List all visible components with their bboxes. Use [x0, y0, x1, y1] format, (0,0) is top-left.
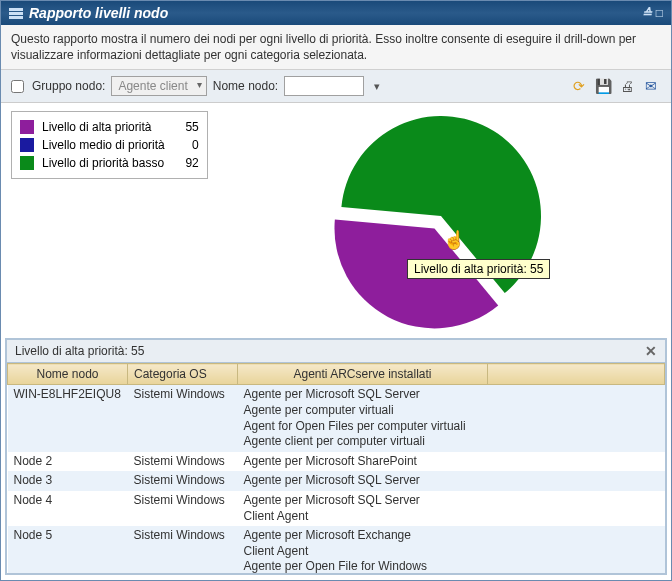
legend-swatch-low [20, 156, 34, 170]
cell-agents: Agente per Microsoft SharePoint [238, 452, 488, 472]
detail-title: Livello di alta priorità: 55 [15, 344, 144, 358]
node-name-dropdown-icon[interactable]: ▾ [370, 80, 384, 93]
cell-agents: Agente per Microsoft SQL ServerClient Ag… [238, 491, 488, 526]
cell-node: Node 4 [8, 491, 128, 526]
cell-blank [488, 491, 665, 526]
window-title: Rapporto livelli nodo [29, 5, 168, 21]
group-checkbox[interactable] [11, 80, 24, 93]
table-row[interactable]: Node 3Sistemi WindowsAgente per Microsof… [8, 471, 665, 491]
window-titlebar: Rapporto livelli nodo ≙ □ [1, 1, 671, 25]
maximize-icon[interactable]: □ [656, 6, 663, 20]
cell-os: Sistemi Windows [128, 471, 238, 491]
cell-agents: Agente per Microsoft SQL Server [238, 471, 488, 491]
node-name-label: Nome nodo: [213, 79, 278, 93]
legend-value: 0 [181, 138, 199, 152]
node-name-input[interactable] [284, 76, 364, 96]
table-row[interactable]: Node 4Sistemi WindowsAgente per Microsof… [8, 491, 665, 526]
cell-os: Sistemi Windows [128, 452, 238, 472]
cell-blank [488, 526, 665, 573]
col-header-agents[interactable]: Agenti ARCserve installati [238, 364, 488, 385]
cell-node: Node 2 [8, 452, 128, 472]
col-header-os[interactable]: Categoria OS [128, 364, 238, 385]
cell-agents: Agente per Microsoft ExchangeClient Agen… [238, 526, 488, 573]
col-header-blank[interactable] [488, 364, 665, 385]
table-row[interactable]: Node 5Sistemi WindowsAgente per Microsof… [8, 526, 665, 573]
detail-table: Nome nodo Categoria OS Agenti ARCserve i… [7, 363, 665, 573]
close-icon[interactable]: ✕ [645, 344, 657, 358]
list-icon [9, 8, 23, 19]
cell-os: Sistemi Windows [128, 385, 238, 452]
cell-node: Node 5 [8, 526, 128, 573]
cell-os: Sistemi Windows [128, 526, 238, 573]
cell-blank [488, 452, 665, 472]
legend-label: Livello medio di priorità [42, 138, 165, 152]
cell-node: Node 3 [8, 471, 128, 491]
email-button[interactable]: ✉ [641, 76, 661, 96]
chart-legend: Livello di alta priorità 55 Livello medi… [11, 111, 208, 179]
chart-tooltip: Livello di alta priorità: 55 [407, 259, 550, 279]
detail-panel: Livello di alta priorità: 55 ✕ Nome nodo… [5, 338, 667, 575]
chart-area: Livello di alta priorità 55 Livello medi… [1, 103, 671, 338]
legend-value: 55 [181, 120, 199, 134]
cell-node: WIN-E8LHF2EIQU8 [8, 385, 128, 452]
legend-item: Livello di alta priorità 55 [20, 118, 199, 136]
report-description: Questo rapporto mostra il numero dei nod… [1, 25, 671, 70]
save-button[interactable]: 💾 [593, 76, 613, 96]
cell-os: Sistemi Windows [128, 491, 238, 526]
group-label: Gruppo nodo: [32, 79, 105, 93]
legend-value: 92 [181, 156, 199, 170]
cell-agents: Agente per Microsoft SQL ServerAgente pe… [238, 385, 488, 452]
legend-item: Livello di priorità basso 92 [20, 154, 199, 172]
group-select[interactable]: Agente client [111, 76, 206, 96]
cell-blank [488, 385, 665, 452]
filter-bar: Gruppo nodo: Agente client Nome nodo: ▾ … [1, 70, 671, 103]
pie-chart[interactable] [331, 111, 551, 331]
legend-swatch-medium [20, 138, 34, 152]
cell-blank [488, 471, 665, 491]
table-row[interactable]: WIN-E8LHF2EIQU8Sistemi WindowsAgente per… [8, 385, 665, 452]
collapse-icon[interactable]: ≙ [642, 6, 652, 20]
legend-label: Livello di priorità basso [42, 156, 165, 170]
legend-label: Livello di alta priorità [42, 120, 165, 134]
print-button[interactable]: 🖨 [617, 76, 637, 96]
legend-swatch-high [20, 120, 34, 134]
col-header-node[interactable]: Nome nodo [8, 364, 128, 385]
legend-item: Livello medio di priorità 0 [20, 136, 199, 154]
refresh-button[interactable]: ⟳ [569, 76, 589, 96]
table-row[interactable]: Node 2Sistemi WindowsAgente per Microsof… [8, 452, 665, 472]
